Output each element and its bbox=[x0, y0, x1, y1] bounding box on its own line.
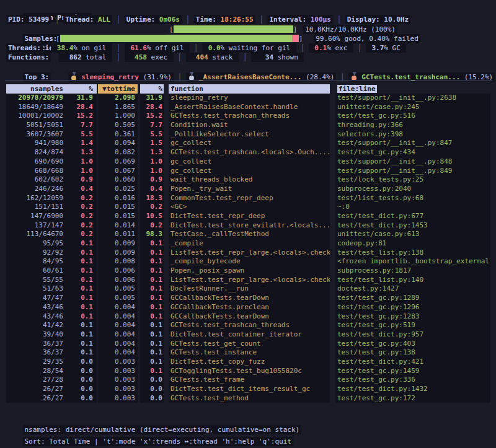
table-row[interactable]: 26/270.00.0030.0GCTests.test_methodtest/… bbox=[0, 394, 496, 403]
table-row[interactable]: 20978/2097931.92.09831.9sleeping_retryte… bbox=[0, 94, 496, 103]
column-header-tottime-sorted[interactable]: ▼tottime bbox=[98, 84, 138, 94]
table-row[interactable]: 43/460.10.0040.1GCCallbackTests.preclean… bbox=[0, 303, 496, 312]
nsamples-cell: 92/92 bbox=[6, 248, 66, 258]
table-row[interactable]: 36/370.10.0040.1GCTests.test_instancetes… bbox=[0, 348, 496, 358]
table-row[interactable]: 29/350.00.0030.1DictTest.test_copy_fuzzt… bbox=[0, 358, 496, 367]
file-line-cell: test/support/__init__.py:849 bbox=[335, 167, 490, 176]
table-row[interactable]: 27/280.00.0030.0GCTests.test_frametest/t… bbox=[0, 376, 496, 385]
nsamples-cell: 668/668 bbox=[6, 167, 66, 176]
percent-direct-cell: 1.0 bbox=[66, 167, 97, 176]
efficiency-line: Efficiency:[]99.60% good, 0.40% failed bbox=[6, 34, 494, 43]
header-separator bbox=[5, 80, 492, 81]
percent-direct-cell: 1.3 bbox=[66, 148, 97, 157]
table-row[interactable]: 18649/1864928.41.86528.4_AssertRaisesBas… bbox=[0, 103, 496, 112]
tottime-cell: 1.865 bbox=[98, 103, 138, 112]
percent-direct-cell: 31.9 bbox=[66, 94, 97, 103]
nsamples-cell: 26/27 bbox=[6, 385, 66, 394]
function-cell: GCTests.test_method bbox=[169, 394, 330, 403]
percent-direct-cell: 0.1 bbox=[66, 294, 97, 303]
file-line-cell: ~:0 bbox=[335, 203, 490, 212]
table-row[interactable]: 36/370.10.0040.1GCTests.test_get_countte… bbox=[0, 340, 496, 349]
samples-bar-group: []10.0KHz/10.0KHz (100%) bbox=[169, 25, 397, 34]
function-cell: GCCallbackTests.tearDown bbox=[169, 294, 330, 303]
table-row[interactable]: 246/2460.40.0250.4Popen._try_waitsubproc… bbox=[0, 185, 496, 194]
percent-direct-cell: 0.1 bbox=[66, 248, 97, 258]
nsamples-cell: 20978/20979 bbox=[6, 94, 66, 103]
functions-line: Functions: 862 total │ 458 exec │ 404 st… bbox=[6, 53, 304, 62]
table-row[interactable]: 92/920.10.0090.1ListTest.test_repr_large… bbox=[0, 248, 496, 258]
table-row[interactable]: 147/69000.20.01510.5DictTest.test_repr_d… bbox=[0, 212, 496, 221]
column-header-function[interactable]: function bbox=[169, 84, 330, 94]
nsamples-cell: 36/37 bbox=[6, 340, 66, 349]
percent-cumulative-cell: 0.1 bbox=[140, 321, 164, 330]
table-row[interactable]: 113/646700.20.01198.3TestCase._callTestM… bbox=[0, 230, 496, 239]
table-row[interactable]: 43/460.10.0040.1GCCallbackTests.tearDown… bbox=[0, 312, 496, 322]
table-row[interactable]: 941/9801.40.0941.5gc_collecttest/support… bbox=[0, 139, 496, 148]
table-row[interactable]: 824/8741.30.0821.3GCTests.test_trashcan.… bbox=[0, 148, 496, 157]
tottime-cell: 0.004 bbox=[98, 330, 138, 340]
nsamples-cell: 51/63 bbox=[6, 284, 66, 294]
column-header-percent-cumulative[interactable]: % bbox=[140, 84, 164, 94]
percent-cumulative-cell: 0.2 bbox=[140, 203, 164, 212]
tottime-cell: 0.004 bbox=[98, 303, 138, 312]
percent-direct-cell: 0.0 bbox=[66, 394, 97, 403]
thread-stat: 0.1% exc bbox=[309, 43, 353, 53]
tottime-cell: 0.009 bbox=[98, 239, 138, 248]
function-cell: Popen._posix_spawn bbox=[169, 266, 330, 276]
line-label: Functions: bbox=[6, 53, 51, 62]
function-cell: <GC> bbox=[169, 203, 330, 212]
function-cell: GCTogglingTests.test_bug1055820c bbox=[169, 367, 330, 376]
thread-stat: 0.0% waiting for gil bbox=[202, 43, 296, 53]
tottime-cell: 0.009 bbox=[98, 248, 138, 258]
samples-line: Samples: 66035 total (10000.3/s) []10.0K… bbox=[6, 25, 494, 34]
percent-direct-cell: 0.1 bbox=[66, 303, 97, 312]
table-row[interactable]: 137/1470.20.0140.2DictTest.test_store_ev… bbox=[0, 221, 496, 231]
function-cell: GCTests.test_frame bbox=[169, 376, 330, 385]
file-line-cell: test/test_dict.py:1432 bbox=[335, 385, 490, 394]
percent-direct-cell: 1.0 bbox=[66, 157, 97, 167]
percent-direct-cell: 0.0 bbox=[66, 376, 97, 385]
table-row[interactable]: 95/950.10.0090.1_compilecodeop.py:81 bbox=[0, 239, 496, 248]
info-segment: Thread: ALL bbox=[63, 15, 112, 24]
function-cell: TestCase._callTestMethod bbox=[169, 230, 330, 239]
function-cell: sleeping_retry bbox=[169, 94, 330, 103]
table-row[interactable]: 41/420.10.0040.1GCTests.test_trashcan_th… bbox=[0, 321, 496, 330]
function-cell: GCCallbackTests.preclean bbox=[169, 303, 330, 312]
percent-cumulative-cell: 0.1 bbox=[140, 367, 164, 376]
table-row[interactable]: 5051/50517.70.5057.7Condition.waitthread… bbox=[0, 121, 496, 130]
nsamples-cell: 26/27 bbox=[6, 394, 66, 403]
nsamples-cell: 824/874 bbox=[6, 148, 66, 157]
table-row[interactable]: 690/6901.00.0691.0gc_collecttest/support… bbox=[0, 157, 496, 167]
percent-direct-cell: 0.1 bbox=[66, 239, 97, 248]
table-row[interactable]: 55/550.10.0060.1ListTest.test_repr_large… bbox=[0, 276, 496, 285]
file-line-cell: test/test_dict.py:1453 bbox=[335, 221, 490, 231]
table-row[interactable]: 668/6681.00.0671.0gc_collecttest/support… bbox=[0, 167, 496, 176]
percent-direct-cell: 0.2 bbox=[66, 212, 97, 221]
table-row[interactable]: 28/540.00.0030.1GCTogglingTests.test_bug… bbox=[0, 367, 496, 376]
table-row[interactable]: 602/6020.90.0600.9wait_threads_blockedte… bbox=[0, 175, 496, 185]
nsamples-cell: 55/55 bbox=[6, 276, 66, 285]
function-stat: 34 shown bbox=[251, 53, 304, 62]
column-header-percent-direct[interactable]: % bbox=[66, 84, 97, 94]
percent-cumulative-cell: 15.2 bbox=[140, 112, 164, 121]
table-row[interactable]: 3607/36075.50.3615.5_PollLikeSelector.se… bbox=[0, 130, 496, 139]
percent-cumulative-cell: 18.3 bbox=[140, 194, 164, 203]
column-header-nsamples[interactable]: nsamples bbox=[6, 84, 66, 94]
table-row[interactable]: 84/950.10.0080.1_compile_bytecode<frozen… bbox=[0, 257, 496, 266]
tottime-cell: 0.004 bbox=[98, 340, 138, 349]
nsamples-cell: 690/690 bbox=[6, 157, 66, 167]
table-row[interactable]: 39/400.10.0040.1DictTest.test_container_… bbox=[0, 330, 496, 340]
table-row[interactable]: 151/1510.20.0150.2<GC>~:0 bbox=[0, 203, 496, 212]
table-row[interactable]: 47/470.10.0050.1GCCallbackTests.tearDown… bbox=[0, 294, 496, 303]
table-row[interactable]: 162/120590.20.01618.3CommonTest.test_rep… bbox=[0, 194, 496, 203]
table-row[interactable]: 60/610.10.0060.1Popen._posix_spawnsubpro… bbox=[0, 266, 496, 276]
percent-cumulative-cell: 0.1 bbox=[140, 266, 164, 276]
percent-cumulative-cell: 31.9 bbox=[140, 94, 164, 103]
table-row[interactable]: 10001/1000215.21.00015.2GCTests.test_tra… bbox=[0, 112, 496, 121]
tottime-cell: 0.015 bbox=[98, 203, 138, 212]
table-row[interactable]: 51/630.10.0050.1DocTestRunner.__rundocte… bbox=[0, 284, 496, 294]
table-row[interactable]: 26/270.00.0030.0DictTest.test_dict_items… bbox=[0, 385, 496, 394]
file-line-cell: unittest/case.py:245 bbox=[335, 103, 490, 112]
tottime-cell: 0.011 bbox=[98, 230, 138, 239]
column-header-file-line[interactable]: file:line bbox=[335, 84, 490, 94]
